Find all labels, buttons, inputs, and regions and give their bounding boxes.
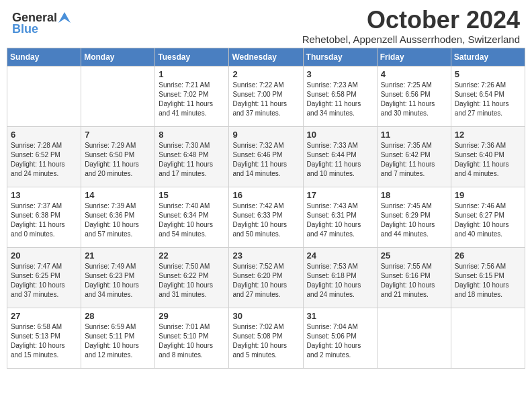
calendar-cell: 11Sunrise: 7:35 AMSunset: 6:42 PMDayligh… <box>377 126 451 187</box>
calendar-cell: 30Sunrise: 7:02 AMSunset: 5:08 PMDayligh… <box>229 308 303 368</box>
calendar-table: SundayMondayTuesdayWednesdayThursdayFrid… <box>7 48 525 369</box>
calendar-cell: 12Sunrise: 7:36 AMSunset: 6:40 PMDayligh… <box>451 126 525 187</box>
day-info: Sunrise: 7:28 AMSunset: 6:52 PMDaylight:… <box>11 141 77 179</box>
calendar-cell: 20Sunrise: 7:47 AMSunset: 6:25 PMDayligh… <box>7 247 81 308</box>
day-number: 11 <box>381 130 447 140</box>
calendar-week-2: 6Sunrise: 7:28 AMSunset: 6:52 PMDaylight… <box>7 126 525 187</box>
calendar-cell: 21Sunrise: 7:49 AMSunset: 6:23 PMDayligh… <box>81 247 155 308</box>
calendar-cell: 14Sunrise: 7:39 AMSunset: 6:36 PMDayligh… <box>81 187 155 247</box>
day-number: 26 <box>455 250 521 261</box>
calendar-cell: 15Sunrise: 7:40 AMSunset: 6:34 PMDayligh… <box>155 187 229 247</box>
day-info: Sunrise: 7:50 AMSunset: 6:22 PMDaylight:… <box>159 262 225 300</box>
day-number: 5 <box>455 69 521 79</box>
day-number: 29 <box>159 311 225 321</box>
calendar-cell: 16Sunrise: 7:42 AMSunset: 6:33 PMDayligh… <box>229 187 303 247</box>
calendar-cell: 3Sunrise: 7:23 AMSunset: 6:58 PMDaylight… <box>303 66 377 126</box>
day-info: Sunrise: 7:39 AMSunset: 6:36 PMDaylight:… <box>85 201 151 239</box>
logo: General Blue <box>12 11 71 36</box>
day-info: Sunrise: 7:53 AMSunset: 6:18 PMDaylight:… <box>307 262 373 300</box>
calendar-cell <box>81 66 155 126</box>
day-number: 13 <box>11 190 77 200</box>
calendar-cell: 27Sunrise: 6:58 AMSunset: 5:13 PMDayligh… <box>7 308 81 368</box>
day-number: 9 <box>232 130 299 140</box>
month-title: October 2024 <box>302 7 520 34</box>
calendar-cell: 17Sunrise: 7:43 AMSunset: 6:31 PMDayligh… <box>303 187 377 247</box>
title-section: October 2024 Rehetobel, Appenzell Ausser… <box>302 7 520 45</box>
svg-marker-0 <box>58 12 71 23</box>
calendar-header-row: SundayMondayTuesdayWednesdayThursdayFrid… <box>7 48 525 66</box>
day-number: 10 <box>307 130 373 140</box>
day-info: Sunrise: 7:32 AMSunset: 6:46 PMDaylight:… <box>232 141 299 179</box>
day-number: 23 <box>232 250 299 261</box>
day-info: Sunrise: 7:26 AMSunset: 6:54 PMDaylight:… <box>455 81 521 118</box>
page-header: General Blue October 2024 Rehetobel, App… <box>7 7 525 45</box>
calendar-week-5: 27Sunrise: 6:58 AMSunset: 5:13 PMDayligh… <box>7 308 525 368</box>
day-info: Sunrise: 7:47 AMSunset: 6:25 PMDaylight:… <box>11 262 77 300</box>
day-info: Sunrise: 7:29 AMSunset: 6:50 PMDaylight:… <box>85 141 151 179</box>
day-info: Sunrise: 7:21 AMSunset: 7:02 PMDaylight:… <box>159 81 225 118</box>
day-number: 1 <box>159 69 225 79</box>
day-header-wednesday: Wednesday <box>229 48 303 66</box>
location-title: Rehetobel, Appenzell Ausserrhoden, Switz… <box>302 34 520 45</box>
logo-bird-icon <box>58 12 71 23</box>
day-info: Sunrise: 7:30 AMSunset: 6:48 PMDaylight:… <box>159 141 225 179</box>
day-info: Sunrise: 7:43 AMSunset: 6:31 PMDaylight:… <box>307 201 373 239</box>
day-header-friday: Friday <box>377 48 451 66</box>
day-info: Sunrise: 7:46 AMSunset: 6:27 PMDaylight:… <box>455 201 521 239</box>
day-info: Sunrise: 7:02 AMSunset: 5:08 PMDaylight:… <box>232 322 299 360</box>
day-number: 25 <box>381 250 447 261</box>
day-number: 16 <box>232 190 299 200</box>
day-info: Sunrise: 7:01 AMSunset: 5:10 PMDaylight:… <box>159 322 225 360</box>
calendar-cell: 13Sunrise: 7:37 AMSunset: 6:38 PMDayligh… <box>7 187 81 247</box>
day-number: 2 <box>232 69 299 79</box>
day-number: 17 <box>307 190 373 200</box>
calendar-cell <box>451 308 525 368</box>
calendar-cell: 9Sunrise: 7:32 AMSunset: 6:46 PMDaylight… <box>229 126 303 187</box>
day-info: Sunrise: 7:40 AMSunset: 6:34 PMDaylight:… <box>159 201 225 239</box>
calendar-cell: 1Sunrise: 7:21 AMSunset: 7:02 PMDaylight… <box>155 66 229 126</box>
calendar-cell: 22Sunrise: 7:50 AMSunset: 6:22 PMDayligh… <box>155 247 229 308</box>
calendar-cell: 10Sunrise: 7:33 AMSunset: 6:44 PMDayligh… <box>303 126 377 187</box>
day-info: Sunrise: 6:59 AMSunset: 5:11 PMDaylight:… <box>85 322 151 360</box>
day-number: 27 <box>11 311 77 321</box>
calendar-cell: 31Sunrise: 7:04 AMSunset: 5:06 PMDayligh… <box>303 308 377 368</box>
day-header-monday: Monday <box>81 48 155 66</box>
day-info: Sunrise: 7:45 AMSunset: 6:29 PMDaylight:… <box>381 201 447 239</box>
day-info: Sunrise: 6:58 AMSunset: 5:13 PMDaylight:… <box>11 322 77 360</box>
day-header-thursday: Thursday <box>303 48 377 66</box>
day-number: 30 <box>232 311 299 321</box>
day-header-sunday: Sunday <box>7 48 81 66</box>
day-number: 24 <box>307 250 373 261</box>
day-info: Sunrise: 7:33 AMSunset: 6:44 PMDaylight:… <box>307 141 373 179</box>
calendar-cell: 5Sunrise: 7:26 AMSunset: 6:54 PMDaylight… <box>451 66 525 126</box>
calendar-cell: 25Sunrise: 7:55 AMSunset: 6:16 PMDayligh… <box>377 247 451 308</box>
calendar-week-3: 13Sunrise: 7:37 AMSunset: 6:38 PMDayligh… <box>7 187 525 247</box>
day-info: Sunrise: 7:49 AMSunset: 6:23 PMDaylight:… <box>85 262 151 300</box>
calendar-cell: 28Sunrise: 6:59 AMSunset: 5:11 PMDayligh… <box>81 308 155 368</box>
day-info: Sunrise: 7:56 AMSunset: 6:15 PMDaylight:… <box>455 262 521 300</box>
day-info: Sunrise: 7:55 AMSunset: 6:16 PMDaylight:… <box>381 262 447 300</box>
calendar-cell: 23Sunrise: 7:52 AMSunset: 6:20 PMDayligh… <box>229 247 303 308</box>
day-number: 15 <box>159 190 225 200</box>
calendar-week-4: 20Sunrise: 7:47 AMSunset: 6:25 PMDayligh… <box>7 247 525 308</box>
day-info: Sunrise: 7:36 AMSunset: 6:40 PMDaylight:… <box>455 141 521 179</box>
day-header-tuesday: Tuesday <box>155 48 229 66</box>
calendar-cell: 24Sunrise: 7:53 AMSunset: 6:18 PMDayligh… <box>303 247 377 308</box>
day-header-saturday: Saturday <box>451 48 525 66</box>
calendar-cell: 2Sunrise: 7:22 AMSunset: 7:00 PMDaylight… <box>229 66 303 126</box>
day-info: Sunrise: 7:37 AMSunset: 6:38 PMDaylight:… <box>11 201 77 239</box>
day-info: Sunrise: 7:42 AMSunset: 6:33 PMDaylight:… <box>232 201 299 239</box>
day-number: 31 <box>307 311 373 321</box>
day-number: 3 <box>307 69 373 79</box>
day-number: 4 <box>381 69 447 79</box>
day-number: 20 <box>11 250 77 261</box>
calendar-cell <box>377 308 451 368</box>
day-info: Sunrise: 7:25 AMSunset: 6:56 PMDaylight:… <box>381 81 447 118</box>
day-number: 6 <box>11 130 77 140</box>
day-info: Sunrise: 7:35 AMSunset: 6:42 PMDaylight:… <box>381 141 447 179</box>
calendar-cell: 26Sunrise: 7:56 AMSunset: 6:15 PMDayligh… <box>451 247 525 308</box>
day-number: 18 <box>381 190 447 200</box>
calendar-cell: 18Sunrise: 7:45 AMSunset: 6:29 PMDayligh… <box>377 187 451 247</box>
calendar-cell <box>7 66 81 126</box>
calendar-week-1: 1Sunrise: 7:21 AMSunset: 7:02 PMDaylight… <box>7 66 525 126</box>
